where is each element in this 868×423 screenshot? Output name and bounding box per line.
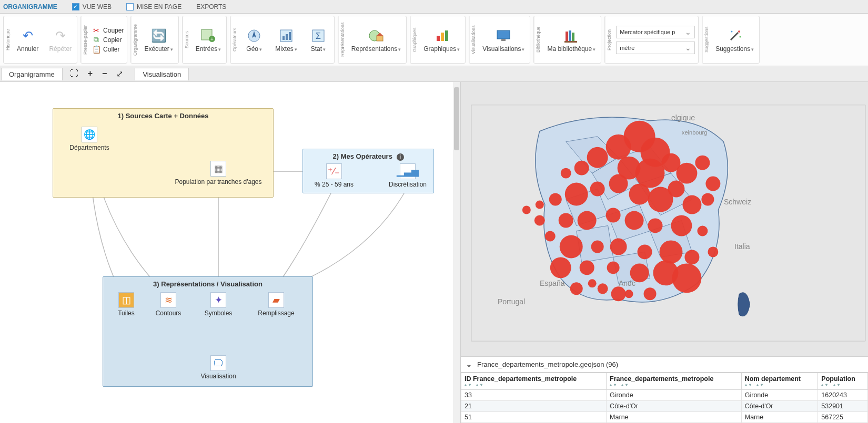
map-symbol[interactable] bbox=[676, 163, 697, 184]
graphiques-button[interactable]: Graphiques bbox=[418, 16, 465, 63]
flow-canvas[interactable]: 1) Sources Carte + Données 🌐 Département… bbox=[0, 82, 460, 423]
map-symbol[interactable] bbox=[590, 182, 605, 197]
geo-button[interactable]: Géo bbox=[238, 16, 270, 63]
tab-vue-web[interactable]: ✓ VUE WEB bbox=[72, 3, 112, 11]
cut-button[interactable]: ✂Couper bbox=[92, 26, 124, 35]
canvas-scrollbar[interactable] bbox=[453, 82, 460, 423]
entries-button[interactable]: + Entrées bbox=[190, 16, 226, 63]
scrollbar-thumb[interactable] bbox=[454, 87, 459, 150]
map-symbol[interactable] bbox=[648, 187, 673, 212]
map-symbol[interactable] bbox=[606, 208, 621, 223]
table-row[interactable]: 33GirondeGironde1620243 bbox=[461, 390, 868, 401]
execute-button[interactable]: 🔄 Exécuter bbox=[139, 16, 178, 63]
copy-button[interactable]: ⧉Copier bbox=[92, 36, 124, 44]
map-symbol[interactable] bbox=[684, 250, 699, 264]
map-symbol[interactable] bbox=[588, 279, 597, 287]
info-icon[interactable]: i bbox=[397, 153, 404, 161]
map-symbol[interactable] bbox=[671, 215, 692, 236]
map-symbol[interactable] bbox=[611, 286, 626, 301]
bibliotheque-button[interactable]: Ma bibliothèque bbox=[542, 16, 601, 63]
table-row[interactable]: 21Côte-d'OrCôte-d'Or532901 bbox=[461, 401, 868, 412]
zoom-out-icon[interactable]: − bbox=[102, 69, 107, 79]
map-symbol[interactable] bbox=[682, 195, 701, 214]
visualisations-button[interactable]: Visualisations bbox=[477, 16, 530, 63]
node-discret[interactable]: ▁▃▅ Discrétisation bbox=[384, 163, 431, 188]
node-remplissage[interactable]: ▰ Remplissage bbox=[253, 292, 300, 317]
map-symbol[interactable] bbox=[708, 246, 718, 257]
cut-label: Couper bbox=[103, 27, 124, 34]
map-symbol[interactable] bbox=[609, 174, 628, 193]
map-symbol[interactable] bbox=[545, 231, 556, 241]
map-symbol[interactable] bbox=[591, 240, 604, 253]
stat-button[interactable]: Σ Stat bbox=[302, 16, 334, 63]
map-symbol[interactable] bbox=[644, 287, 657, 300]
map-symbol[interactable] bbox=[570, 282, 583, 295]
map-symbol[interactable] bbox=[697, 225, 708, 236]
map-symbol[interactable] bbox=[536, 201, 544, 209]
checkbox-mise-en-page[interactable] bbox=[126, 3, 134, 11]
map-symbol[interactable] bbox=[565, 183, 588, 206]
map-symbol[interactable] bbox=[625, 211, 644, 230]
tab-canvas-organigramme[interactable]: Organigramme bbox=[1, 68, 63, 80]
node-pct[interactable]: ⁺⁄₋ % 25 - 59 ans bbox=[310, 163, 358, 188]
node-symboles[interactable]: ✦ Symboles bbox=[200, 292, 237, 317]
table-row[interactable]: 51MarneMarne567225 bbox=[461, 412, 868, 423]
map-symbol[interactable] bbox=[561, 168, 571, 179]
books-icon bbox=[563, 27, 580, 44]
node-population[interactable]: ▦ Population par tranches d'ages bbox=[168, 161, 268, 185]
redo-button[interactable]: ↷ Répéter bbox=[44, 16, 77, 63]
map-view[interactable]: España Portugal Andc Schweiz Italia elgi… bbox=[461, 82, 868, 356]
node-visualisation[interactable]: 🖵 Visualisation bbox=[192, 355, 245, 380]
group-label-presse: Presse-papier bbox=[81, 16, 89, 63]
map-symbol[interactable] bbox=[550, 257, 571, 278]
col-header[interactable]: ID France_departements_metropole▴▾ ▴▾ bbox=[461, 373, 607, 390]
map-symbol[interactable] bbox=[598, 283, 608, 294]
representations-button[interactable]: Représentations bbox=[346, 16, 406, 63]
map-symbol[interactable] bbox=[638, 244, 652, 259]
mixtes-button[interactable]: Mixtes bbox=[270, 16, 302, 63]
col-header[interactable]: Population▴▾ ▴▾ bbox=[818, 373, 868, 390]
map-symbol[interactable] bbox=[629, 184, 650, 205]
map-symbol[interactable] bbox=[701, 193, 714, 206]
map-symbol[interactable] bbox=[560, 235, 583, 258]
map-symbol[interactable] bbox=[648, 219, 663, 233]
tab-vue-web-label: VUE WEB bbox=[83, 3, 112, 11]
map-symbol[interactable] bbox=[578, 211, 597, 230]
map-symbol[interactable] bbox=[534, 215, 545, 226]
map-symbol[interactable] bbox=[574, 161, 589, 176]
map-symbol[interactable] bbox=[630, 263, 649, 282]
map-symbol[interactable] bbox=[606, 135, 631, 160]
map-symbol[interactable] bbox=[587, 147, 608, 168]
map-symbol[interactable] bbox=[695, 156, 710, 170]
map-symbol[interactable] bbox=[559, 213, 573, 228]
map-symbol[interactable] bbox=[625, 290, 633, 298]
map-symbol[interactable] bbox=[580, 260, 594, 275]
map-symbol[interactable] bbox=[610, 238, 627, 255]
expand-icon[interactable]: ⤢ bbox=[116, 69, 123, 79]
fullscreen-icon[interactable]: ⛶ bbox=[70, 69, 78, 79]
map-symbol[interactable] bbox=[672, 263, 701, 293]
tab-visualisation[interactable]: Visualisation bbox=[135, 68, 189, 80]
tab-organigramme[interactable]: ORGANIGRAMME bbox=[3, 3, 57, 11]
suggestions-button[interactable]: Suggestions bbox=[710, 16, 759, 63]
expand-data-icon[interactable]: ⌄ bbox=[466, 360, 472, 368]
map-symbol[interactable] bbox=[705, 177, 720, 191]
node-contours[interactable]: ≋ Contours bbox=[150, 292, 187, 317]
tab-exports[interactable]: EXPORTS bbox=[196, 3, 226, 11]
map-symbol[interactable] bbox=[522, 206, 531, 214]
map-symbol[interactable] bbox=[635, 159, 665, 188]
map-symbol[interactable] bbox=[549, 193, 562, 206]
col-header[interactable]: Nom departement▴▾ ▴▾ bbox=[741, 373, 818, 390]
node-tuiles[interactable]: ◫ Tuiles bbox=[110, 292, 142, 317]
tab-mise-en-page[interactable]: MISE EN PAGE bbox=[126, 3, 181, 11]
projection-select[interactable]: Mercator spécifique p bbox=[616, 26, 695, 38]
map-symbol[interactable] bbox=[607, 261, 620, 274]
undo-button[interactable]: ↶ Annuler bbox=[12, 16, 44, 63]
col-header[interactable]: France_departements_metropole▴▾ ▴▾ bbox=[607, 373, 742, 390]
zoom-in-icon[interactable]: + bbox=[88, 69, 93, 79]
checkbox-vue-web[interactable]: ✓ bbox=[72, 3, 79, 11]
paste-button[interactable]: 📋Coller bbox=[92, 45, 124, 54]
node-departements[interactable]: 🌐 Départements bbox=[63, 127, 116, 151]
unit-select[interactable]: mètre bbox=[616, 42, 695, 54]
map-symbol[interactable] bbox=[660, 240, 683, 263]
